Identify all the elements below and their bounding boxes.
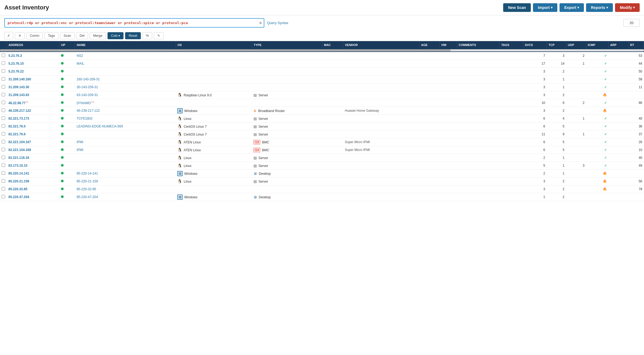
name-link[interactable]: DYNAMO bbox=[77, 101, 91, 105]
scrollbar-thumb[interactable] bbox=[0, 49, 451, 51]
row-checkbox[interactable] bbox=[2, 61, 5, 65]
name-link[interactable]: MAIL bbox=[77, 62, 84, 65]
name-link[interactable]: 85-220-14-141 bbox=[77, 172, 98, 175]
up-cell bbox=[59, 185, 75, 193]
row-checkbox[interactable] bbox=[2, 101, 5, 104]
address-link[interactable]: 31.209.143.30 bbox=[8, 85, 29, 89]
search-input[interactable] bbox=[4, 18, 264, 28]
query-syntax-link[interactable]: Query Syntax bbox=[267, 21, 288, 25]
scrollbar-track[interactable] bbox=[0, 49, 644, 51]
address-link[interactable]: 5.23.76.15 bbox=[8, 62, 24, 65]
row-checkbox[interactable] bbox=[2, 132, 5, 136]
row-checkbox[interactable] bbox=[2, 187, 5, 190]
clear-button[interactable]: ✕ bbox=[15, 32, 25, 39]
row-checkbox[interactable] bbox=[2, 124, 5, 128]
address-link[interactable]: 82.221.104.168 bbox=[8, 148, 31, 152]
address-link[interactable]: 5.23.76.3 bbox=[8, 54, 22, 58]
row-checkbox[interactable] bbox=[2, 116, 5, 120]
row-checkbox[interactable] bbox=[2, 69, 5, 73]
address-link[interactable]: 83.173.10.10 bbox=[8, 164, 27, 167]
name-link[interactable]: 46-239-217-122 bbox=[77, 109, 100, 113]
col-udp[interactable]: UDP bbox=[566, 41, 586, 49]
name-link[interactable]: 85-220-47-204 bbox=[77, 195, 98, 199]
row-checkbox[interactable] bbox=[2, 195, 5, 198]
address-link[interactable]: 82.221.76.6 bbox=[8, 132, 25, 136]
modify-button[interactable]: Modify bbox=[615, 3, 640, 12]
name-link[interactable]: 85-220-32-85 bbox=[77, 187, 96, 191]
col-type[interactable]: TYPE bbox=[252, 41, 322, 49]
windows-icon: ⊞ bbox=[177, 171, 183, 176]
address-link[interactable]: 46.22.98.77 bbox=[8, 101, 25, 105]
row-checkbox[interactable] bbox=[2, 109, 5, 112]
col-mac[interactable]: MAC bbox=[322, 41, 343, 49]
scan-button[interactable]: Scan bbox=[60, 32, 74, 39]
row-checkbox[interactable] bbox=[2, 171, 5, 175]
reset-button[interactable]: Reset bbox=[125, 32, 141, 39]
col-name[interactable]: NAME bbox=[75, 41, 176, 49]
address-link[interactable]: 82.221.73.173 bbox=[8, 117, 29, 120]
new-scan-button[interactable]: New Scan bbox=[503, 3, 531, 12]
address-link[interactable]: 82.221.116.34 bbox=[8, 156, 29, 160]
arp-cell bbox=[609, 154, 629, 162]
address-link[interactable]: 31.209.143.63 bbox=[8, 93, 29, 97]
col-vendor[interactable]: VENDOR bbox=[343, 41, 419, 49]
address-link[interactable]: 31.209.140.160 bbox=[8, 77, 31, 81]
col-tcp[interactable]: TCP bbox=[547, 41, 566, 49]
col-tags[interactable]: TAGS bbox=[499, 41, 523, 49]
name-link[interactable]: IPMI bbox=[77, 140, 83, 144]
col-os[interactable]: OS bbox=[176, 41, 252, 49]
tags-button[interactable]: Tags bbox=[44, 32, 58, 39]
name-link[interactable]: IPMI bbox=[77, 148, 83, 152]
row-checkbox[interactable] bbox=[2, 148, 5, 151]
name-link[interactable]: TCFD1802 bbox=[77, 117, 93, 120]
col-comments[interactable]: COMMENTS bbox=[457, 41, 499, 49]
address-link[interactable]: 82.221.76.5 bbox=[8, 124, 25, 128]
name-link[interactable]: LEADING-EDGE-NUMECA-569 bbox=[77, 124, 123, 128]
row-checkbox[interactable] bbox=[2, 140, 5, 143]
name-link[interactable]: NS2 bbox=[77, 54, 83, 58]
row-checkbox[interactable] bbox=[2, 54, 5, 57]
merge-button[interactable]: Merge bbox=[90, 32, 106, 39]
col-up[interactable]: UP bbox=[59, 41, 75, 49]
check-all-button[interactable]: ✓ bbox=[4, 32, 13, 39]
col-address[interactable]: ADDRESS bbox=[7, 41, 59, 49]
cols-button[interactable]: Cols ▾ bbox=[108, 32, 123, 39]
address-link[interactable]: 85.220.47.204 bbox=[8, 195, 29, 199]
name-link[interactable]: 63-143-209-31 bbox=[77, 93, 98, 97]
col-svcs[interactable]: SVCS bbox=[523, 41, 547, 49]
os-cell: ⊞ Windows bbox=[176, 107, 252, 115]
edit-button[interactable]: ✎ bbox=[154, 32, 164, 39]
name-link[interactable]: 85-220-21-159 bbox=[77, 179, 98, 183]
svcs-cell: 3 bbox=[523, 75, 547, 83]
address-link[interactable]: 85.220.14.141 bbox=[8, 172, 29, 175]
col-hw[interactable]: HW bbox=[440, 41, 457, 49]
link-button[interactable]: % bbox=[142, 32, 152, 39]
del-button[interactable]: Del bbox=[76, 32, 88, 39]
reports-button[interactable]: Reports bbox=[586, 3, 613, 12]
address-link[interactable]: 85.220.21.159 bbox=[8, 179, 29, 183]
import-button[interactable]: Import bbox=[533, 3, 557, 12]
address-link[interactable]: 82.221.104.167 bbox=[8, 140, 31, 144]
row-checkbox[interactable] bbox=[2, 179, 5, 183]
name-link[interactable]: 30-143-209-31 bbox=[77, 85, 98, 89]
row-checkbox[interactable] bbox=[2, 163, 5, 167]
row-checkbox[interactable] bbox=[2, 93, 5, 96]
export-button[interactable]: Export bbox=[560, 3, 584, 12]
col-arp[interactable]: ARP bbox=[609, 41, 629, 49]
udp-cell: 2 bbox=[566, 52, 586, 60]
row-checkbox[interactable] bbox=[2, 156, 5, 159]
address-cell: 85.220.32.85 bbox=[7, 185, 59, 193]
address-link[interactable]: 85.220.32.85 bbox=[8, 187, 27, 191]
address-link[interactable]: 5.23.76.22 bbox=[8, 70, 24, 73]
col-rt[interactable]: RT bbox=[628, 41, 644, 49]
comments-cell bbox=[457, 107, 499, 115]
svcs-cell: 3 bbox=[523, 83, 547, 91]
row-checkbox[interactable] bbox=[2, 85, 5, 88]
col-age[interactable]: AGE bbox=[419, 41, 440, 49]
comm-button[interactable]: Comm bbox=[26, 32, 43, 39]
row-checkbox[interactable] bbox=[2, 77, 5, 81]
col-icmp[interactable]: ICMP bbox=[586, 41, 608, 49]
address-link[interactable]: 46.239.217.122 bbox=[8, 109, 31, 113]
search-clear-icon[interactable]: ✕ bbox=[259, 21, 262, 25]
name-link[interactable]: 160-140-209-31 bbox=[77, 77, 100, 81]
